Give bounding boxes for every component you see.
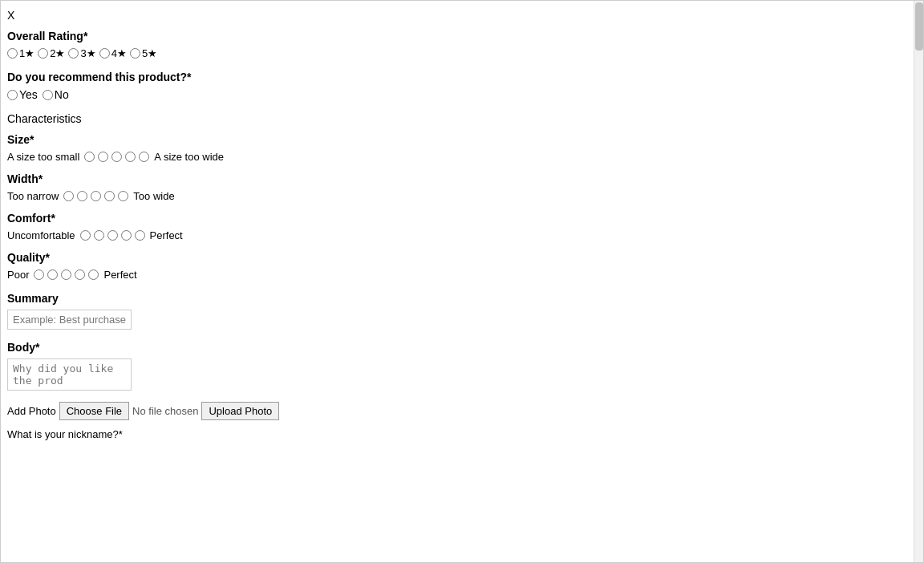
rating-radio-1[interactable] [7,48,18,59]
modal-container: X Overall Rating* 1★ 2★ 3★ 4★ 5★ [0,0,924,563]
width-label: Width* [7,172,915,185]
quality-scale-row: Poor Perfect [7,269,915,281]
recommend-radio-no[interactable] [43,90,53,100]
recommend-options-row: Yes No [7,88,915,101]
recommend-yes-label: Yes [19,88,38,101]
recommend-no-label: No [55,88,69,101]
width-radio-1[interactable] [63,191,74,201]
rating-options-row: 1★ 2★ 3★ 4★ 5★ [7,47,915,59]
characteristics-title: Characteristics [7,112,915,125]
recommend-radio-yes[interactable] [7,90,18,100]
size-radio-5[interactable] [139,152,149,162]
rating-option-4[interactable]: 4★ [99,47,127,59]
rating-label-1: 1★ [19,47,34,59]
add-photo-row: Add Photo Choose File No file chosen Upl… [7,402,915,420]
add-photo-label: Add Photo [7,405,56,417]
scrollbar-track[interactable] [914,1,923,562]
rating-radio-3[interactable] [68,48,79,59]
body-group: Body* [7,341,915,391]
rating-option-2[interactable]: 2★ [38,47,65,59]
comfort-radios [80,230,145,241]
width-min-label: Too narrow [7,190,59,202]
rating-label-2: 2★ [50,47,65,59]
rating-option-3[interactable]: 3★ [68,47,95,59]
recommend-label: Do you recommend this product?* [7,71,915,83]
summary-input[interactable] [7,310,132,330]
rating-label-3: 3★ [80,47,95,59]
quality-radio-1[interactable] [34,269,44,280]
characteristics-group: Characteristics Size* A size too small A… [7,112,915,281]
comfort-max-label: Perfect [150,229,183,241]
rating-radio-2[interactable] [38,48,48,59]
quality-radio-5[interactable] [88,269,99,280]
rating-radio-5[interactable] [130,48,140,59]
size-radio-3[interactable] [111,152,122,162]
summary-group: Summary [7,292,915,330]
rating-label-4: 4★ [111,47,127,59]
width-radio-5[interactable] [118,191,128,201]
body-textarea[interactable] [7,358,132,391]
close-button[interactable]: X [7,9,915,22]
rating-option-5[interactable]: 5★ [130,47,157,59]
quality-radio-2[interactable] [47,269,58,280]
choose-file-button[interactable]: Choose File [59,402,129,420]
comfort-radio-1[interactable] [80,230,91,241]
comfort-radio-4[interactable] [121,230,132,241]
rating-option-1[interactable]: 1★ [7,47,34,59]
size-radios [84,152,149,162]
size-radio-4[interactable] [125,152,136,162]
comfort-min-label: Uncomfortable [7,229,75,241]
recommend-group: Do you recommend this product?* Yes No [7,71,915,101]
comfort-group: Comfort* Uncomfortable Perfect [7,212,915,241]
quality-radio-3[interactable] [61,269,71,280]
width-radio-2[interactable] [77,191,87,201]
size-radio-1[interactable] [84,152,95,162]
quality-radios [34,269,99,280]
rating-radio-4[interactable] [99,48,110,59]
nickname-group: What is your nickname?* [7,428,915,440]
comfort-radio-2[interactable] [94,230,104,241]
quality-group: Quality* Poor Perfect [7,251,915,281]
size-label: Size* [7,133,915,146]
recommend-yes[interactable]: Yes [7,88,38,101]
comfort-label: Comfort* [7,212,915,225]
overall-rating-label: Overall Rating* [7,30,915,43]
width-radios [63,191,128,201]
quality-radio-4[interactable] [75,269,85,280]
upload-photo-button[interactable]: Upload Photo [201,402,279,420]
comfort-radio-3[interactable] [107,230,118,241]
rating-label-5: 5★ [142,47,157,59]
width-scale-row: Too narrow Too wide [7,190,915,202]
quality-max-label: Perfect [103,269,136,281]
quality-min-label: Poor [7,269,29,281]
width-radio-4[interactable] [104,191,115,201]
recommend-no[interactable]: No [43,88,69,101]
nickname-label: What is your nickname?* [7,428,915,440]
no-file-text: No file chosen [132,405,198,417]
width-group: Width* Too narrow Too wide [7,172,915,202]
size-min-label: A size too small [7,151,79,163]
comfort-radio-5[interactable] [135,230,145,241]
body-label: Body* [7,341,915,354]
quality-label: Quality* [7,251,915,264]
scrollbar-thumb[interactable] [915,2,923,51]
comfort-scale-row: Uncomfortable Perfect [7,229,915,241]
overall-rating-group: Overall Rating* 1★ 2★ 3★ 4★ 5★ [7,30,915,59]
size-max-label: A size too wide [154,151,224,163]
size-group: Size* A size too small A size too wide [7,133,915,163]
summary-label: Summary [7,292,915,305]
size-radio-2[interactable] [98,152,108,162]
width-radio-3[interactable] [91,191,101,201]
size-scale-row: A size too small A size too wide [7,151,915,163]
width-max-label: Too wide [133,190,174,202]
